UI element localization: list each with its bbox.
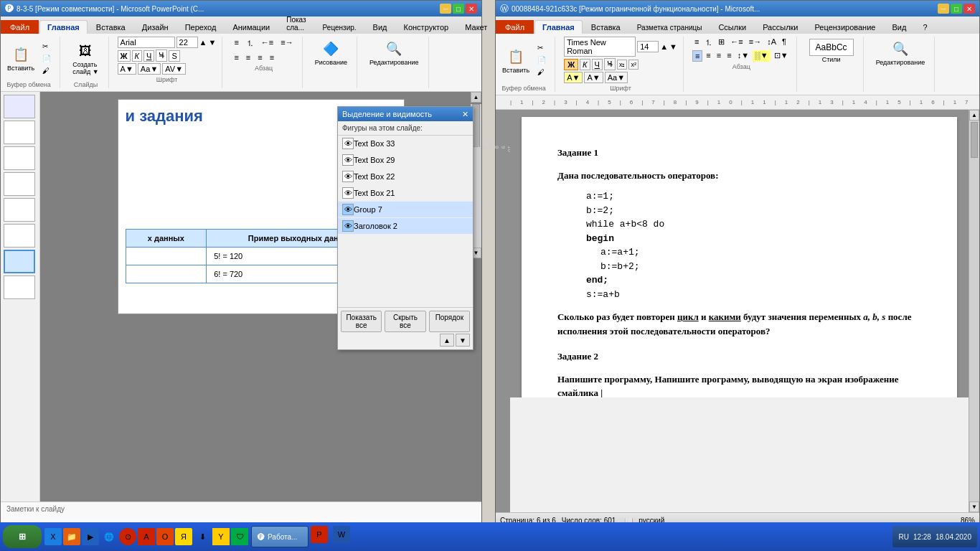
word-scroll-thumb[interactable] xyxy=(971,122,978,158)
yandex-icon[interactable]: Я xyxy=(175,528,192,545)
tab-animations[interactable]: Анимации xyxy=(225,20,278,34)
visibility-checkbox-29[interactable]: 👁 xyxy=(342,154,354,166)
slide-5-thumb[interactable] xyxy=(4,198,35,222)
word-copy-button[interactable]: 📄 xyxy=(534,55,549,65)
move-down-button[interactable]: ▼ xyxy=(456,334,470,347)
format-painter-button[interactable]: 🖌 xyxy=(39,65,54,76)
word-align-right-button[interactable]: ≡ xyxy=(715,50,723,62)
numbering-button[interactable]: ⒈ xyxy=(243,37,257,50)
sel-item-textbox33[interactable]: 👁 Text Box 33 xyxy=(338,136,473,152)
font-grow-btn[interactable]: ▲ xyxy=(199,38,207,47)
char-spacing-button[interactable]: AV▼ xyxy=(162,63,186,75)
tab-constructor[interactable]: Конструктор xyxy=(396,20,457,34)
close-button[interactable]: ✕ xyxy=(466,4,477,14)
slide-6-thumb[interactable] xyxy=(4,224,35,248)
word-bold-button[interactable]: Ж xyxy=(564,59,578,70)
start-button[interactable]: ⊞ xyxy=(3,525,42,548)
slide-6-item[interactable]: 6 xyxy=(4,224,37,248)
editing-button[interactable]: 🔍 Редактирование xyxy=(366,37,423,68)
word-bullets-button[interactable]: ≡ xyxy=(692,37,701,49)
browser-icon2[interactable]: Y xyxy=(212,528,230,545)
shadow-button[interactable]: S xyxy=(169,50,179,62)
word-font-name-input[interactable]: Times New Roman xyxy=(564,37,636,57)
italic-button[interactable]: К xyxy=(132,50,142,62)
word-editing-button[interactable]: 🔍 Редактирование xyxy=(872,37,929,68)
opera-icon[interactable]: O xyxy=(156,528,174,545)
cut-button[interactable]: ✂ xyxy=(39,41,54,52)
visibility-checkbox-heading2[interactable]: 👁 xyxy=(342,220,354,232)
tab-review[interactable]: Рецензир. xyxy=(315,21,364,34)
word-justify-button[interactable]: ≡ xyxy=(725,50,733,62)
font-size-input[interactable]: 22 xyxy=(176,37,198,48)
slide-8-item[interactable]: 8 xyxy=(4,276,37,299)
tab-layout[interactable]: Макет xyxy=(457,20,495,34)
slide-3-item[interactable]: 3 xyxy=(4,146,37,170)
word-align-left-button[interactable]: ≡ xyxy=(692,50,702,62)
word-shading-button[interactable]: ░▼ xyxy=(753,50,771,62)
slide-5-item[interactable]: 5 xyxy=(4,198,37,222)
folder-icon[interactable]: 📁 xyxy=(63,528,80,545)
sel-item-group7[interactable]: 👁 Group 7 xyxy=(338,202,473,218)
excel-icon[interactable]: X xyxy=(44,528,62,545)
word-increase-indent-button[interactable]: ≡→ xyxy=(747,37,763,49)
word-cut-button[interactable]: ✂ xyxy=(534,42,549,53)
word-tab-review[interactable]: Рецензирование xyxy=(807,20,884,34)
word-font-size-input[interactable]: 14 xyxy=(637,41,659,52)
word-border-button[interactable]: ⊡▼ xyxy=(772,50,791,62)
selection-panel-close-button[interactable]: ✕ xyxy=(462,110,468,119)
tab-design[interactable]: Дизайн xyxy=(134,20,176,34)
new-slide-button[interactable]: 🖼 Создатьслайд ▼ xyxy=(69,39,102,77)
word-subscript-button[interactable]: x₂ xyxy=(617,60,628,70)
align-right-button[interactable]: ≡ xyxy=(255,52,265,63)
tab-slideshow[interactable]: Показ сла... xyxy=(278,13,314,34)
word-paste-button[interactable]: 📋 Вставить xyxy=(499,44,533,76)
word-maximize-button[interactable]: □ xyxy=(951,4,962,14)
word-tab-page-layout[interactable]: Разметка страницы xyxy=(629,21,710,34)
text-case-button[interactable]: Аа▼ xyxy=(138,63,161,75)
slide-4-thumb[interactable] xyxy=(4,172,35,196)
sel-item-textbox29[interactable]: 👁 Text Box 29 xyxy=(338,152,473,169)
slide-2-thumb[interactable] xyxy=(4,121,35,144)
word-close-button[interactable]: ✕ xyxy=(963,4,975,14)
slide-1-thumb[interactable] xyxy=(4,95,35,118)
word-vscrollbar[interactable]: ▲ ▼ xyxy=(969,110,979,512)
chrome-icon[interactable]: ⊙ xyxy=(119,528,136,545)
word-tab-insert[interactable]: Вставка xyxy=(583,20,628,34)
underline-button[interactable]: Ч xyxy=(143,50,154,62)
word-font-shrink-btn[interactable]: ▼ xyxy=(669,42,677,51)
word-scroll-down[interactable]: ▼ xyxy=(969,501,979,512)
pp-taskbar-btn[interactable]: P xyxy=(311,526,328,543)
minimize-button[interactable]: ─ xyxy=(440,4,451,14)
bullets-button[interactable]: ≡ xyxy=(231,37,241,50)
font-shrink-btn[interactable]: ▼ xyxy=(209,38,217,47)
visibility-checkbox-33[interactable]: 👁 xyxy=(342,138,354,149)
word-format-painter-button[interactable]: 🖌 xyxy=(534,67,549,77)
torrent-icon[interactable]: ⬇ xyxy=(194,528,211,545)
word-tab-references[interactable]: Ссылки xyxy=(710,20,754,34)
copy-button[interactable]: 📄 xyxy=(39,53,54,64)
word-minimize-button[interactable]: ─ xyxy=(938,4,949,14)
word-scroll-up[interactable]: ▲ xyxy=(969,110,979,121)
word-multilevel-list-button[interactable]: ⊞ xyxy=(716,37,727,49)
maximize-button[interactable]: □ xyxy=(453,4,464,14)
drawing-button[interactable]: 🔷 Рисование xyxy=(311,37,351,68)
media-icon[interactable]: ▶ xyxy=(82,528,99,545)
visibility-checkbox-22[interactable]: 👁 xyxy=(342,171,354,182)
visibility-checkbox-21[interactable]: 👁 xyxy=(342,187,354,199)
justify-button[interactable]: ≡ xyxy=(267,52,277,63)
tab-home[interactable]: Главная xyxy=(39,20,88,34)
strikethrough-button[interactable]: Ч̶ xyxy=(156,50,167,62)
show-all-button[interactable]: Показать все xyxy=(341,311,382,332)
slide-4-item[interactable]: 4 xyxy=(4,172,37,196)
word-line-spacing-button[interactable]: ↕▼ xyxy=(735,50,751,62)
hide-all-button[interactable]: Скрыть все xyxy=(385,311,425,332)
word-underline-button[interactable]: Ч xyxy=(592,59,603,70)
acrobat-icon[interactable]: A xyxy=(138,528,155,545)
tab-file[interactable]: Файл xyxy=(1,20,39,34)
word-strikethrough-button[interactable]: Ч̶ xyxy=(604,58,616,70)
visibility-checkbox-group7[interactable]: 👁 xyxy=(342,204,354,215)
decrease-indent-button[interactable]: ←≡ xyxy=(258,37,276,50)
font-name-input[interactable]: Arial xyxy=(118,37,175,48)
word-highlight-button[interactable]: A▼ xyxy=(564,72,583,83)
move-up-button[interactable]: ▲ xyxy=(440,334,454,347)
